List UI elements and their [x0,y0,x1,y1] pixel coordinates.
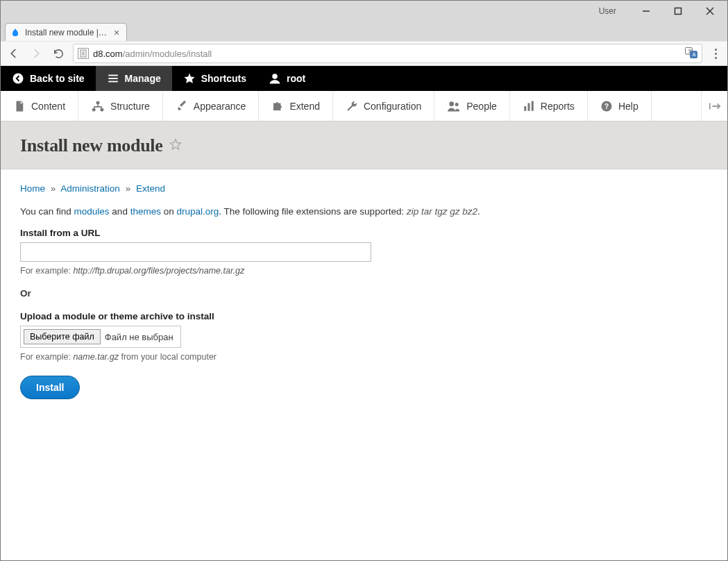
page-info-icon[interactable] [78,48,89,59]
os-minimize-button[interactable] [630,1,662,22]
back-circle-icon [12,72,24,85]
menu-appearance[interactable]: Appearance [163,91,260,121]
os-close-button[interactable] [694,1,726,22]
reload-icon [53,48,65,60]
address-bar[interactable]: d8.com/admin/modules/install 文A [73,44,702,63]
collapse-icon [709,101,721,111]
browser-tab-title: Install new module | Drup [25,28,108,37]
os-user-label: User [599,6,616,16]
url-text: d8.com/admin/modules/install [93,49,212,59]
intro-mid1: and [110,206,130,217]
menu-configuration[interactable]: Configuration [333,91,434,121]
menu-label: Reports [541,101,575,112]
svg-rect-1 [675,8,682,15]
intro-suffix: . The following file extensions are supp… [219,206,407,217]
toolbar-back-to-site[interactable]: Back to site [1,66,96,91]
svg-rect-23 [527,103,530,110]
page-title: Install new module [20,135,708,156]
url-hint: For example: http://ftp.drupal.org/files… [20,266,708,276]
install-url-input[interactable] [20,242,371,262]
nav-back-button[interactable] [6,46,22,61]
drupal-toolbar: Back to site Manage Shortcuts root [1,66,727,91]
choose-file-button[interactable]: Выберите файл [24,329,101,344]
themes-link[interactable]: themes [130,206,161,217]
favorite-star-icon[interactable] [169,135,183,156]
menu-structure[interactable]: Structure [78,91,163,121]
browser-menu-button[interactable] [709,49,722,59]
menu-label: Help [618,101,638,112]
hierarchy-icon [91,100,105,112]
svg-point-21 [455,103,459,106]
breadcrumb-admin[interactable]: Administration [60,183,120,194]
minimize-icon [642,7,650,15]
browser-tabstrip: Install new module | Drup × [1,22,727,41]
svg-rect-22 [524,106,526,111]
user-icon [269,72,281,85]
page-title-text: Install new module [20,135,163,156]
menu-help[interactable]: ? Help [588,91,652,121]
menu-label: Structure [110,101,150,112]
breadcrumb: Home » Administration » Extend [20,183,708,194]
document-icon [13,100,26,112]
nav-reload-button[interactable] [51,46,66,61]
omnibox-actions: 文A [685,47,697,60]
breadcrumb-sep: » [48,183,59,194]
toolbar-manage[interactable]: Manage [96,66,172,91]
toolbar-user[interactable]: root [257,66,316,91]
breadcrumb-extend[interactable]: Extend [136,183,165,194]
tab-close-button[interactable]: × [112,28,121,37]
svg-rect-24 [532,101,534,110]
modules-link[interactable]: modules [74,206,110,217]
breadcrumb-sep: » [123,183,134,194]
menu-reports[interactable]: Reports [510,91,588,121]
page-title-region: Install new module [1,122,727,169]
breadcrumb-home[interactable]: Home [20,183,45,194]
bar-chart-icon [523,100,535,112]
translate-icon[interactable]: 文A [685,47,697,60]
toolbar-shortcuts[interactable]: Shortcuts [172,66,257,91]
menu-label: Appearance [194,101,246,112]
svg-point-20 [450,101,455,106]
svg-point-19 [100,108,103,111]
drupal-admin-menu: Content Structure Appearance Extend Conf… [1,91,727,122]
toolbar-user-label: root [287,73,305,84]
browser-tab[interactable]: Install new module | Drup × [5,23,127,41]
intro-tail: . [477,206,480,217]
intro-text: You can find modules and themes on drupa… [20,206,708,217]
file-input-wrapper[interactable]: Выберите файл Файл не выбран [20,326,181,348]
menu-people[interactable]: People [434,91,510,121]
upload-hint-prefix: For example: [20,352,73,362]
close-icon [706,7,714,15]
url-hint-example: http://ftp.drupal.org/files/projects/nam… [73,266,244,276]
upload-hint-suffix: from your local computer [119,352,217,362]
intro-mid2: on [161,206,177,217]
upload-hint: For example: name.tar.gz from your local… [20,352,708,362]
os-titlebar: User [1,1,727,22]
os-maximize-button[interactable] [662,1,694,22]
toolbar-shortcuts-label: Shortcuts [201,73,246,84]
arrow-right-icon [30,47,42,60]
url-host: d8.com [93,49,123,59]
svg-point-16 [272,74,278,79]
wrench-icon [346,100,358,112]
menu-content[interactable]: Content [1,91,78,121]
svg-point-18 [92,108,96,111]
url-label: Install from a URL [20,228,708,238]
or-separator: Or [20,288,708,299]
drupalorg-link[interactable]: drupal.org [176,206,219,217]
browser-toolbar: d8.com/admin/modules/install 文A [1,41,727,66]
maximize-icon [674,7,682,15]
svg-point-17 [96,101,100,104]
menu-collapse-button[interactable] [701,91,727,121]
menu-extend[interactable]: Extend [259,91,333,121]
install-button[interactable]: Install [20,376,80,399]
svg-text:?: ? [604,101,609,110]
svg-point-12 [13,74,24,84]
svg-text:A: A [693,52,696,58]
star-icon [183,72,196,85]
menu-label: Configuration [364,101,421,112]
nav-forward-button[interactable] [28,46,44,61]
intro-extensions: zip tar tgz gz bz2 [407,206,477,217]
menu-label: Content [31,101,65,112]
url-hint-prefix: For example: [20,266,73,276]
